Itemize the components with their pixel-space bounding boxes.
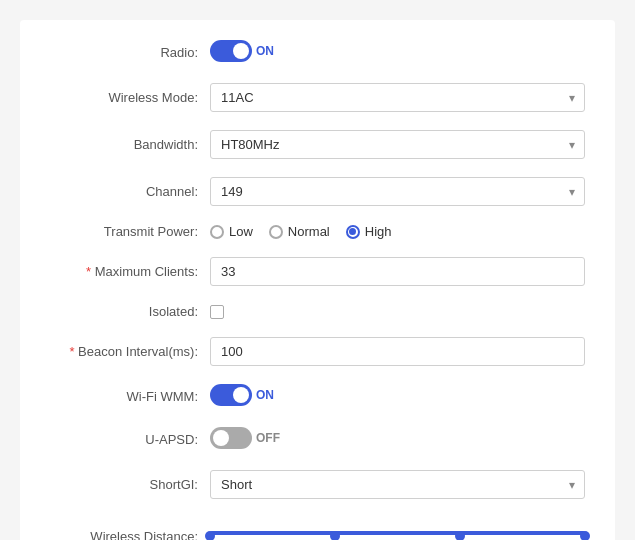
radio-low-circle [210, 225, 224, 239]
beacon-interval-input[interactable] [210, 337, 585, 366]
wifi-wmm-toggle-track [210, 384, 252, 406]
radio-normal-circle [269, 225, 283, 239]
isolated-control [210, 305, 585, 319]
radio-toggle-label: ON [256, 44, 274, 58]
beacon-interval-row: Beacon Interval(ms): [50, 337, 585, 366]
transmit-power-control: Low Normal High [210, 224, 585, 239]
isolated-checkbox[interactable] [210, 305, 224, 319]
wireless-mode-control: 11AC 11N 11A [210, 83, 585, 112]
transmit-power-normal[interactable]: Normal [269, 224, 330, 239]
bandwidth-label: Bandwidth: [50, 137, 210, 152]
bandwidth-select[interactable]: HT80MHz HT40MHz HT20MHz [210, 130, 585, 159]
wifi-wmm-control: ON [210, 384, 585, 409]
wireless-distance-label: Wireless Distance: [50, 521, 210, 540]
slider-dot-2 [330, 531, 340, 540]
wireless-mode-row: Wireless Mode: 11AC 11N 11A [50, 83, 585, 112]
isolated-label: Isolated: [50, 304, 210, 319]
uapsd-toggle[interactable]: OFF [210, 427, 280, 449]
beacon-interval-control [210, 337, 585, 366]
wireless-mode-select-wrapper: 11AC 11N 11A [210, 83, 585, 112]
uapsd-toggle-label: OFF [256, 431, 280, 445]
shortgi-select[interactable]: Short Long [210, 470, 585, 499]
max-clients-label: Maximum Clients: [50, 264, 210, 279]
uapsd-row: U-APSD: OFF [50, 427, 585, 452]
max-clients-input[interactable] [210, 257, 585, 286]
wireless-distance-row: Wireless Distance: 2KM 3KM 4KM 5KM [50, 517, 585, 540]
max-clients-control [210, 257, 585, 286]
radio-normal-label: Normal [288, 224, 330, 239]
radio-control: ON [210, 40, 585, 65]
radio-toggle-thumb [233, 43, 249, 59]
slider-dot-3 [455, 531, 465, 540]
transmit-power-high[interactable]: High [346, 224, 392, 239]
wireless-mode-label: Wireless Mode: [50, 90, 210, 105]
radio-label: Radio: [50, 45, 210, 60]
uapsd-control: OFF [210, 427, 585, 452]
channel-select[interactable]: 149 153 157 161 [210, 177, 585, 206]
wifi-wmm-label: Wi-Fi WMM: [50, 389, 210, 404]
transmit-power-label: Transmit Power: [50, 224, 210, 239]
shortgi-label: ShortGI: [50, 477, 210, 492]
bandwidth-row: Bandwidth: HT80MHz HT40MHz HT20MHz [50, 130, 585, 159]
radio-high-circle [346, 225, 360, 239]
channel-control: 149 153 157 161 [210, 177, 585, 206]
bandwidth-control: HT80MHz HT40MHz HT20MHz [210, 130, 585, 159]
radio-row: Radio: ON [50, 40, 585, 65]
slider-dot-4 [580, 531, 590, 540]
wifi-wmm-toggle-label: ON [256, 388, 274, 402]
uapsd-toggle-track [210, 427, 252, 449]
isolated-row: Isolated: [50, 304, 585, 319]
slider-track-wrapper: 2KM 3KM 4KM 5KM [210, 531, 585, 540]
radio-high-label: High [365, 224, 392, 239]
uapsd-toggle-thumb [213, 430, 229, 446]
transmit-power-row: Transmit Power: Low Normal High [50, 224, 585, 239]
max-clients-row: Maximum Clients: [50, 257, 585, 286]
shortgi-select-wrapper: Short Long [210, 470, 585, 499]
radio-toggle[interactable]: ON [210, 40, 274, 62]
settings-form: Radio: ON Wireless Mode: 11AC 11N 11A B [20, 20, 615, 540]
transmit-power-radio-group: Low Normal High [210, 224, 585, 239]
slider-dot-1 [205, 531, 215, 540]
transmit-power-low[interactable]: Low [210, 224, 253, 239]
beacon-interval-label: Beacon Interval(ms): [50, 344, 210, 359]
channel-row: Channel: 149 153 157 161 [50, 177, 585, 206]
uapsd-label: U-APSD: [50, 432, 210, 447]
slider-fill [210, 531, 585, 535]
wireless-distance-slider-container: 2KM 3KM 4KM 5KM [210, 521, 585, 540]
shortgi-control: Short Long [210, 470, 585, 499]
wifi-wmm-toggle-thumb [233, 387, 249, 403]
shortgi-row: ShortGI: Short Long [50, 470, 585, 499]
channel-select-wrapper: 149 153 157 161 [210, 177, 585, 206]
channel-label: Channel: [50, 184, 210, 199]
wireless-mode-select[interactable]: 11AC 11N 11A [210, 83, 585, 112]
wifi-wmm-row: Wi-Fi WMM: ON [50, 384, 585, 409]
radio-toggle-track [210, 40, 252, 62]
bandwidth-select-wrapper: HT80MHz HT40MHz HT20MHz [210, 130, 585, 159]
radio-low-label: Low [229, 224, 253, 239]
wifi-wmm-toggle[interactable]: ON [210, 384, 274, 406]
slider-track [210, 531, 585, 535]
